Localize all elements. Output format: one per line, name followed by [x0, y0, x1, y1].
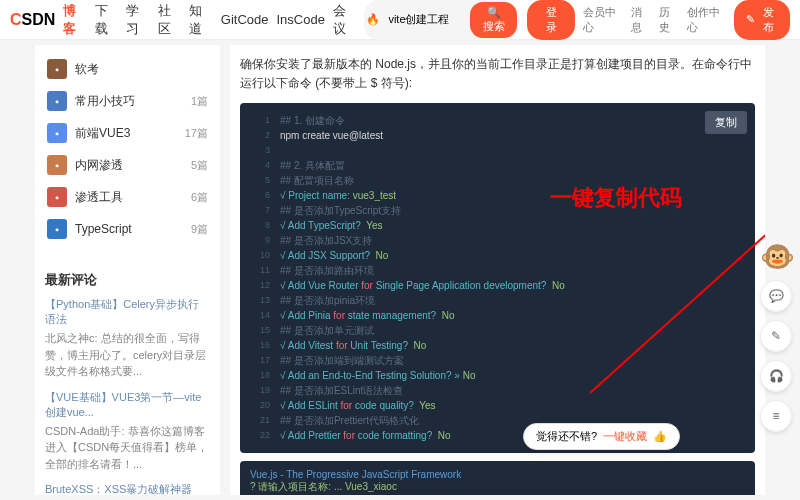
logo[interactable]: CSDN [10, 11, 55, 29]
copy-button[interactable]: 复制 [705, 111, 747, 134]
chat-icon[interactable]: 💬 [760, 280, 792, 312]
comment-item[interactable]: 【Python基础】Celery异步执行语法北风之神c: 总结的很全面，写得赞，… [45, 297, 210, 380]
code-line: 5## 配置项目名称 [250, 173, 745, 188]
code2-title: Vue.js - The Progressive JavaScript Fram… [250, 469, 745, 480]
tag-icon: ▪ [47, 187, 67, 207]
headset-icon[interactable]: 🎧 [760, 360, 792, 392]
tag-item[interactable]: ▪TypeScript9篇 [43, 213, 212, 245]
nav-download[interactable]: 下载 [95, 2, 118, 38]
nav-blog[interactable]: 博客 [63, 2, 86, 38]
top-header: CSDN 博客 下载 学习 社区 知道 GitCode InsCode 会议 🔥… [0, 0, 800, 40]
mascot-icon[interactable]: 🐵 [760, 240, 795, 273]
code-block-2: Vue.js - The Progressive JavaScript Fram… [240, 461, 755, 495]
code-line: 3 [250, 143, 745, 158]
float-toolbar: 💬 ✎ 🎧 ≡ [760, 280, 792, 432]
code-line: 20√ Add ESLint for code quality? Yes [250, 398, 745, 413]
code-line: 17## 是否添加端到端测试方案 [250, 353, 745, 368]
tag-name: 软考 [75, 61, 200, 78]
tag-item[interactable]: ▪常用小技巧1篇 [43, 85, 212, 117]
code-line: 11## 是否添加路由环境 [250, 263, 745, 278]
comment-item[interactable]: BruteXSS：XSS暴力破解神器2301_76719583: 安装链接有问题 [45, 482, 210, 495]
nav-gitcode[interactable]: GitCode [221, 12, 269, 27]
search-input[interactable] [380, 10, 470, 30]
tag-count: 17篇 [185, 126, 208, 141]
msg-link[interactable]: 消息 [631, 5, 651, 35]
tag-name: 常用小技巧 [75, 93, 183, 110]
code-line: 19## 是否添加ESLint语法检查 [250, 383, 745, 398]
tag-name: 内网渗透 [75, 157, 183, 174]
tag-name: TypeScript [75, 222, 183, 236]
tag-count: 6篇 [191, 190, 208, 205]
code-line: 1## 1. 创建命令 [250, 113, 745, 128]
code-line: 2npm create vue@latest [250, 128, 745, 143]
publish-button[interactable]: ✎发布 [734, 0, 790, 40]
code-line: 8√ Add TypeScript? Yes [250, 218, 745, 233]
nav-inscode[interactable]: InsCode [276, 12, 324, 27]
tag-name: 前端VUE3 [75, 125, 177, 142]
code-line: 13## 是否添加pinia环境 [250, 293, 745, 308]
tag-item[interactable]: ▪软考 [43, 53, 212, 85]
nav-meeting[interactable]: 会议 [333, 2, 356, 38]
search-box: 🔥 🔍 搜索 [364, 0, 519, 40]
login-button[interactable]: 登录 [527, 0, 575, 40]
vip-link[interactable]: 会员中心 [583, 5, 623, 35]
creator-link[interactable]: 创作中心 [687, 5, 727, 35]
nav-community[interactable]: 社区 [158, 2, 181, 38]
code-line: 6√ Project name: vue3_test [250, 188, 745, 203]
feedback-popup[interactable]: 觉得还不错? 一键收藏 👍 [523, 423, 680, 450]
code-line: 10√ Add JSX Support? No [250, 248, 745, 263]
comment-item[interactable]: 【VUE基础】VUE3第一节—vite创建vue...CSDN-Ada助手: 恭… [45, 390, 210, 473]
left-sidebar: ▪软考▪常用小技巧1篇▪前端VUE317篇▪内网渗透5篇▪渗透工具6篇▪Type… [35, 45, 220, 495]
tag-count: 1篇 [191, 94, 208, 109]
tag-icon: ▪ [47, 91, 67, 111]
tag-name: 渗透工具 [75, 189, 183, 206]
tag-item[interactable]: ▪渗透工具6篇 [43, 181, 212, 213]
code-line: 12√ Add Vue Router for Single Page Appli… [250, 278, 745, 293]
thumb-icon: 👍 [653, 430, 667, 443]
tag-icon: ▪ [47, 59, 67, 79]
tag-icon: ▪ [47, 123, 67, 143]
code-line: 14√ Add Pinia for state management? No [250, 308, 745, 323]
code2-line: ? 请输入项目名称: ... Vue3_xiaoc [250, 480, 745, 494]
comments-title: 最新评论 [45, 271, 210, 289]
code-line: 4## 2. 具体配置 [250, 158, 745, 173]
description-text: 确保你安装了最新版本的 Node.js，并且你的当前工作目录正是打算创建项目的目… [240, 55, 755, 93]
search-button[interactable]: 🔍 搜索 [470, 2, 517, 38]
code-block: 复制 一键复制代码 1## 1. 创建命令2npm create vue@lat… [240, 103, 755, 453]
tag-icon: ▪ [47, 219, 67, 239]
code-line: 9## 是否添加JSX支持 [250, 233, 745, 248]
code-line: 7## 是否添加TypeScript支持 [250, 203, 745, 218]
code-line: 18√ Add an End-to-End Testing Solution? … [250, 368, 745, 383]
comments-section: 最新评论 【Python基础】Celery异步执行语法北风之神c: 总结的很全面… [35, 261, 220, 495]
tag-count: 5篇 [191, 158, 208, 173]
tag-item[interactable]: ▪前端VUE317篇 [43, 117, 212, 149]
nav-learn[interactable]: 学习 [126, 2, 149, 38]
fire-icon: 🔥 [366, 13, 380, 26]
code-line: 15## 是否添加单元测试 [250, 323, 745, 338]
nav-know[interactable]: 知道 [189, 2, 212, 38]
tag-icon: ▪ [47, 155, 67, 175]
tag-count: 9篇 [191, 222, 208, 237]
code-line: 16√ Add Vitest for Unit Testing? No [250, 338, 745, 353]
menu-icon[interactable]: ≡ [760, 400, 792, 432]
main-content: 确保你安装了最新版本的 Node.js，并且你的当前工作目录正是打算创建项目的目… [230, 45, 765, 495]
write-icon[interactable]: ✎ [760, 320, 792, 352]
history-link[interactable]: 历史 [659, 5, 679, 35]
code2-line: ? 请输入包名称: ... vue3_xiaoc [250, 494, 745, 495]
tag-list: ▪软考▪常用小技巧1篇▪前端VUE317篇▪内网渗透5篇▪渗透工具6篇▪Type… [35, 45, 220, 253]
tag-item[interactable]: ▪内网渗透5篇 [43, 149, 212, 181]
